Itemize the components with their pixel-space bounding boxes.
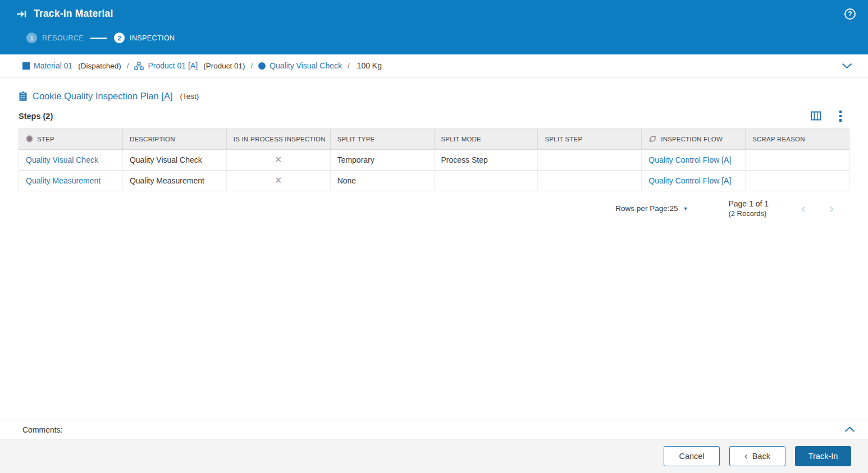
back-chevron-icon: ‹ bbox=[744, 451, 748, 462]
main-content: Cookie Quality Inspection Plan [A] (Test… bbox=[0, 77, 868, 420]
column-header-split-type: SPLIT TYPE bbox=[330, 128, 434, 149]
cancel-button[interactable]: Cancel bbox=[664, 446, 720, 466]
column-header-is-in-process-inspection: IS IN-PROCESS INSPECTION bbox=[226, 128, 330, 149]
grid-tools bbox=[810, 111, 850, 122]
help-glyph: ? bbox=[848, 10, 852, 18]
step-dot-icon bbox=[26, 135, 33, 143]
titlebar: Track-In Material bbox=[0, 0, 868, 20]
page-info-block: Page 1 of 1 (2 Records) bbox=[728, 199, 769, 219]
breadcrumb-product: Product 01 [A] (Product 01) bbox=[134, 61, 245, 70]
split-step-cell bbox=[538, 149, 642, 170]
page-info: Page 1 of 1 bbox=[728, 199, 769, 209]
step-circle-icon bbox=[258, 62, 266, 70]
column-chooser-icon[interactable] bbox=[810, 111, 821, 121]
column-header-scrap-reason: SCRAP REASON bbox=[746, 128, 849, 149]
app-header: Track-In Material ? 1 RESOURCE 2 INSPECT… bbox=[0, 0, 868, 54]
step-link-cell[interactable]: Quality Visual Check bbox=[26, 155, 98, 164]
split-step-cell bbox=[538, 170, 642, 191]
back-button[interactable]: ‹ Back bbox=[729, 446, 785, 466]
wizard-step-1-circle: 1 bbox=[26, 33, 37, 43]
page-title: Track-In Material bbox=[34, 8, 113, 20]
comments-label: Comments: bbox=[22, 425, 63, 434]
chevron-up-icon[interactable] bbox=[843, 425, 857, 434]
false-x-icon: ✕ bbox=[275, 155, 282, 164]
false-x-icon: ✕ bbox=[275, 176, 282, 185]
wizard-step-resource[interactable]: 1 RESOURCE bbox=[26, 33, 84, 43]
track-in-icon bbox=[16, 9, 28, 19]
pagination: Rows per Page:25 ▼ Page 1 of 1 (2 Record… bbox=[19, 199, 849, 219]
inspection-steps-table: STEP DESCRIPTION IS IN-PROCESS INSPECTIO… bbox=[19, 128, 849, 191]
track-in-button[interactable]: Track-In bbox=[795, 446, 851, 466]
inspection-plan-icon bbox=[19, 91, 28, 102]
help-icon[interactable]: ? bbox=[844, 8, 856, 20]
split-type-cell: None bbox=[330, 170, 434, 191]
prev-page-icon[interactable]: ‹ bbox=[801, 202, 806, 215]
description-cell: Quality Visual Check bbox=[122, 149, 226, 170]
records-info: (2 Records) bbox=[728, 209, 769, 219]
scrap-reason-cell bbox=[746, 149, 849, 170]
step-link-cell[interactable]: Quality Measurement bbox=[26, 176, 100, 185]
track-in-label: Track-In bbox=[808, 452, 838, 461]
breadcrumb: Material 01 (Dispatched) / Product 01 [A… bbox=[0, 54, 868, 77]
column-header-inspection-flow: INSPECTION FLOW bbox=[642, 128, 746, 149]
column-header-split-step: SPLIT STEP bbox=[538, 128, 642, 149]
product-hierarchy-icon bbox=[134, 62, 144, 70]
rows-per-page-label: Rows per Page: bbox=[615, 204, 669, 213]
table-row: Quality Measurement Quality Measurement … bbox=[19, 170, 849, 191]
footer-actions: Cancel ‹ Back Track-In bbox=[0, 439, 868, 473]
wizard-connector bbox=[90, 38, 107, 39]
wizard-step-2-circle: 2 bbox=[114, 33, 125, 43]
next-page-icon[interactable]: › bbox=[829, 202, 834, 215]
material-link[interactable]: Material 01 bbox=[34, 61, 72, 70]
rows-per-page-dropdown[interactable]: Rows per Page:25 ▼ bbox=[615, 204, 688, 213]
step-link[interactable]: Quality Visual Check bbox=[269, 61, 342, 70]
material-state: (Dispatched) bbox=[78, 62, 121, 70]
breadcrumb-material: Material 01 (Dispatched) bbox=[22, 61, 121, 70]
inspection-plan-link[interactable]: Cookie Quality Inspection Plan [A] bbox=[33, 91, 172, 102]
wizard-step-inspection[interactable]: 2 INSPECTION bbox=[114, 33, 175, 43]
column-header-description: DESCRIPTION bbox=[122, 128, 226, 149]
split-mode-cell bbox=[434, 170, 538, 191]
column-header-split-mode: SPLIT MODE bbox=[434, 128, 538, 149]
material-square-icon bbox=[22, 62, 30, 70]
chevron-down-icon[interactable] bbox=[839, 61, 855, 71]
breadcrumb-separator: / bbox=[127, 62, 129, 70]
inspection-flow-link-cell[interactable]: Quality Control Flow [A] bbox=[648, 155, 731, 164]
inspection-plan-revision: (Test) bbox=[180, 92, 199, 100]
column-header-step: STEP bbox=[19, 128, 123, 149]
description-cell: Quality Measurement bbox=[122, 170, 226, 191]
wizard-step-1-label: RESOURCE bbox=[42, 34, 84, 42]
flow-icon bbox=[648, 135, 657, 143]
steps-count-label: Steps (2) bbox=[19, 112, 53, 121]
quantity-value: 100 Kg bbox=[357, 61, 382, 70]
wizard-step-2-label: INSPECTION bbox=[130, 34, 175, 42]
cancel-label: Cancel bbox=[679, 452, 704, 461]
steps-toolbar: Steps (2) bbox=[19, 111, 849, 122]
back-label: Back bbox=[752, 452, 770, 461]
breadcrumb-separator: / bbox=[348, 62, 350, 70]
table-header-row: STEP DESCRIPTION IS IN-PROCESS INSPECTIO… bbox=[19, 128, 849, 149]
kebab-menu-icon[interactable] bbox=[838, 111, 843, 122]
rows-per-page-value: 25 bbox=[669, 204, 678, 213]
product-note: (Product 01) bbox=[203, 62, 245, 70]
scrap-reason-cell bbox=[746, 170, 849, 191]
table-row: Quality Visual Check Quality Visual Chec… bbox=[19, 149, 849, 170]
split-mode-cell: Process Step bbox=[434, 149, 538, 170]
caret-down-icon: ▼ bbox=[683, 206, 688, 212]
wizard-steps: 1 RESOURCE 2 INSPECTION bbox=[26, 33, 868, 43]
split-type-cell: Temporary bbox=[330, 149, 434, 170]
plan-header: Cookie Quality Inspection Plan [A] (Test… bbox=[19, 91, 849, 102]
breadcrumb-step: Quality Visual Check bbox=[258, 61, 342, 70]
product-link[interactable]: Product 01 [A] bbox=[148, 61, 198, 70]
inspection-flow-link-cell[interactable]: Quality Control Flow [A] bbox=[648, 176, 731, 185]
breadcrumb-separator: / bbox=[250, 62, 253, 70]
comments-expander[interactable]: Comments: bbox=[0, 420, 868, 439]
